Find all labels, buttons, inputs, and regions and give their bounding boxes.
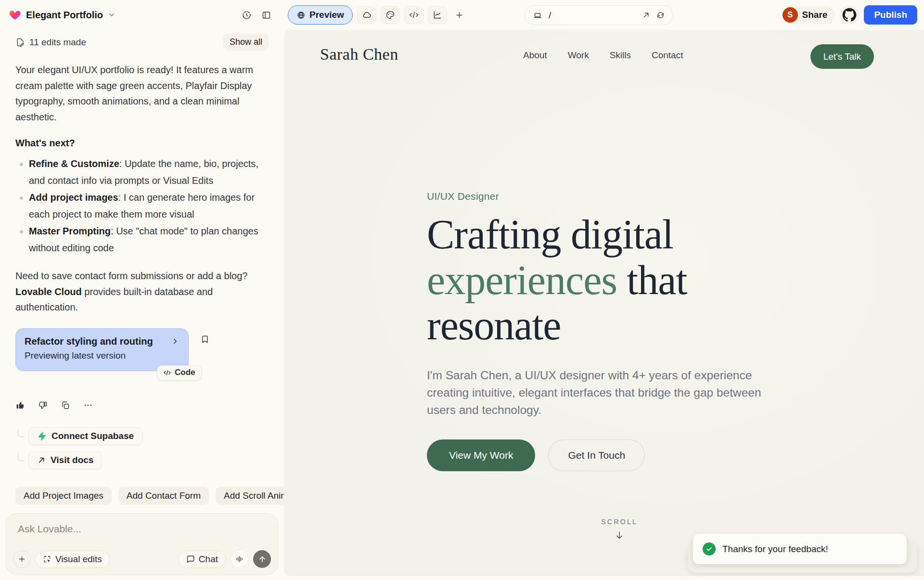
cloud-button[interactable] [357, 6, 376, 24]
arrow-up-icon [258, 555, 267, 564]
supabase-icon [37, 431, 47, 441]
visual-edits-button[interactable]: Visual edits [35, 551, 110, 568]
show-all-button[interactable]: Show all [223, 34, 269, 51]
panel-toggle-button[interactable] [261, 10, 271, 20]
preview-label: Preview [309, 10, 344, 20]
hero-bio: I'm Sarah Chen, a UI/UX designer with 4+… [427, 367, 787, 419]
suggestion-chip[interactable]: Add Contact Form [118, 487, 209, 505]
refresh-icon [656, 11, 665, 19]
code-view-button[interactable] [404, 6, 424, 24]
prompt-input[interactable] [13, 520, 271, 548]
plus-icon [455, 11, 464, 20]
site-logo[interactable]: Sarah Chen [320, 45, 398, 64]
external-link-icon [37, 456, 46, 464]
open-in-new-tab-button[interactable] [642, 11, 650, 19]
tree-connector [18, 453, 24, 461]
nav-link-about[interactable]: About [523, 50, 547, 61]
list-item: Add project images: I can generate hero … [15, 189, 269, 223]
thumbs-down-icon [38, 400, 48, 410]
nav-link-contact[interactable]: Contact [652, 50, 683, 61]
nav-link-skills[interactable]: Skills [610, 50, 631, 61]
palette-icon [385, 10, 395, 20]
scroll-down-arrow-icon [614, 530, 625, 541]
connect-supabase-button[interactable]: Connect Supabase [28, 427, 142, 445]
cloud-icon [362, 10, 372, 20]
suggestion-chip[interactable]: Add Scroll Animations [216, 487, 284, 505]
external-link-icon [642, 11, 650, 19]
add-tool-button[interactable] [451, 6, 468, 24]
hero-section: UI/UX Designer Crafting digital experien… [427, 191, 793, 471]
feedback-toast[interactable]: Thanks for your feedback! [693, 534, 907, 564]
code-icon [409, 10, 419, 20]
prompt-composer[interactable]: Visual edits Chat [6, 513, 278, 575]
assistant-message-intro: Your elegant UI/UX portfolio is ready! I… [15, 62, 269, 125]
tree-connector [18, 429, 24, 437]
suggestion-chip[interactable]: Add Project Images [15, 487, 112, 505]
copy-button[interactable] [61, 400, 70, 410]
toast-message: Thanks for your feedback! [722, 544, 828, 554]
visit-docs-button[interactable]: Visit docs [28, 451, 102, 469]
list-item: Master Prompting: Use "chat mode" to pla… [15, 223, 269, 257]
waveform-icon [235, 555, 244, 563]
theme-button[interactable] [381, 6, 400, 24]
site-nav: About Work Skills Contact [523, 30, 683, 80]
publish-button[interactable]: Publish [864, 5, 917, 25]
chat-mode-label: Chat [199, 554, 218, 565]
attach-button[interactable] [13, 551, 30, 568]
scroll-indicator: SCROLL [586, 518, 653, 541]
check-circle-icon [703, 542, 716, 555]
code-label: Code [175, 368, 195, 377]
version-title: Refactor styling and routing [25, 336, 153, 347]
list-item: Refine & Customize: Update the name, bio… [15, 155, 269, 189]
lets-talk-button[interactable]: Let's Talk [810, 44, 874, 69]
hero-eyebrow: UI/UX Designer [427, 191, 793, 202]
github-icon [842, 8, 857, 22]
share-button[interactable]: S Share [783, 6, 835, 24]
more-options-button[interactable] [83, 400, 93, 410]
chat-scroll-area[interactable]: 11 edits made Show all Your elegant UI/U… [0, 30, 284, 487]
ellipsis-icon [83, 400, 93, 410]
dictation-button[interactable] [231, 550, 248, 568]
share-label: Share [802, 10, 828, 20]
view-my-work-button[interactable]: View My Work [427, 439, 535, 471]
line-chart-icon [433, 10, 442, 20]
history-button[interactable] [242, 10, 252, 20]
thumbs-down-button[interactable] [38, 400, 48, 410]
version-status: Previewing latest version [25, 350, 180, 361]
avatar[interactable]: S [783, 7, 798, 23]
whats-next-heading: What's next? [15, 138, 269, 149]
edits-count: 11 edits made [29, 37, 86, 48]
thumbs-up-button[interactable] [15, 400, 25, 410]
analytics-button[interactable] [428, 6, 447, 24]
suggestion-chips: Add Project Images Add Contact Form Add … [0, 487, 284, 505]
cloud-note: Need to save contact form submissions or… [15, 268, 269, 315]
url-bar[interactable]: / [525, 5, 673, 25]
topbar: Elegant Portfolio Preview [0, 0, 924, 30]
get-in-touch-button[interactable]: Get In Touch [548, 439, 645, 471]
code-icon [163, 369, 171, 377]
visit-docs-label: Visit docs [51, 455, 93, 465]
version-card[interactable]: Refactor styling and routing Previewing … [15, 328, 189, 371]
sidebar-panel-icon [261, 10, 271, 20]
github-button[interactable] [840, 5, 859, 25]
preview-button[interactable]: Preview [288, 5, 353, 25]
refresh-button[interactable] [656, 11, 665, 19]
history-icon [242, 10, 252, 20]
plus-icon [18, 555, 26, 563]
send-button[interactable] [253, 550, 271, 568]
next-steps-list: Refine & Customize: Update the name, bio… [15, 155, 269, 257]
copy-icon [61, 400, 70, 410]
preview-pane: Sarah Chen About Work Skills Contact Let… [284, 30, 924, 576]
nav-link-work[interactable]: Work [568, 50, 589, 61]
project-switcher[interactable]: Elegant Portfolio [9, 0, 116, 30]
bookmark-button[interactable] [200, 335, 210, 344]
chat-mode-button[interactable]: Chat [179, 551, 226, 568]
lovable-logo-icon [9, 9, 21, 21]
chevron-down-icon [108, 11, 116, 19]
code-badge-button[interactable]: Code [157, 365, 202, 380]
hero-heading: Crafting digital experiences that resona… [427, 212, 793, 348]
globe-icon [296, 11, 306, 20]
thumbs-up-icon [15, 400, 25, 410]
url-path[interactable]: / [549, 10, 551, 21]
file-edit-icon [15, 38, 25, 47]
